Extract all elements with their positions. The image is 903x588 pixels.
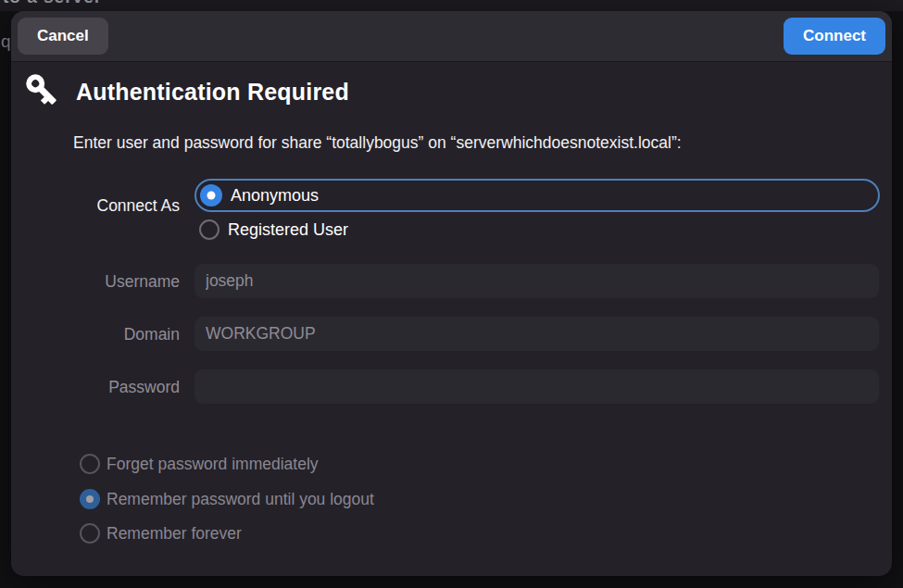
radio-option-label: Forget password immediately bbox=[107, 455, 319, 474]
dialog-description: Enter user and password for share “total… bbox=[73, 133, 682, 153]
password-label: Password bbox=[11, 378, 180, 397]
radio-option-remember-forever: Remember forever bbox=[80, 523, 242, 544]
background-clipped-char: q bbox=[1, 31, 11, 52]
radio-option-remember-until-logout: Remember password until you logout bbox=[80, 489, 374, 509]
username-label: Username bbox=[11, 272, 180, 292]
radio-option-label: Remember password until you logout bbox=[107, 490, 374, 509]
radio-unchecked-icon bbox=[80, 523, 100, 544]
cancel-button[interactable]: Cancel bbox=[18, 18, 108, 55]
radio-option-forget-password: Forget password immediately bbox=[80, 454, 319, 474]
dialog-title-row: Authentication Required bbox=[23, 70, 349, 113]
radio-option-label: Registered User bbox=[228, 220, 348, 240]
domain-label: Domain bbox=[11, 325, 180, 344]
radio-option-label: Anonymous bbox=[231, 186, 319, 206]
radio-unchecked-icon bbox=[80, 454, 100, 474]
domain-input bbox=[194, 317, 879, 351]
background-clipped-text: to a server bbox=[3, 0, 102, 7]
connect-as-label: Connect As bbox=[11, 196, 180, 216]
radio-unchecked-icon bbox=[199, 219, 219, 240]
background-window-sliver: to a server bbox=[0, 0, 903, 11]
auth-dialog: Cancel Connect Authentication Required E… bbox=[11, 11, 892, 576]
key-icon bbox=[23, 70, 64, 113]
screen: to a server q Cancel Connect Authenticat… bbox=[0, 0, 903, 588]
radio-option-label: Remember forever bbox=[107, 524, 242, 544]
connect-button[interactable]: Connect bbox=[784, 18, 885, 55]
radio-option-anonymous[interactable]: Anonymous bbox=[194, 179, 880, 212]
radio-option-registered-user[interactable]: Registered User bbox=[199, 219, 348, 240]
username-input bbox=[194, 264, 879, 298]
dialog-title: Authentication Required bbox=[76, 79, 349, 106]
radio-checked-icon bbox=[80, 489, 100, 509]
password-input bbox=[194, 369, 879, 404]
radio-checked-icon bbox=[200, 184, 222, 206]
dialog-headerbar: Cancel Connect bbox=[11, 11, 892, 62]
